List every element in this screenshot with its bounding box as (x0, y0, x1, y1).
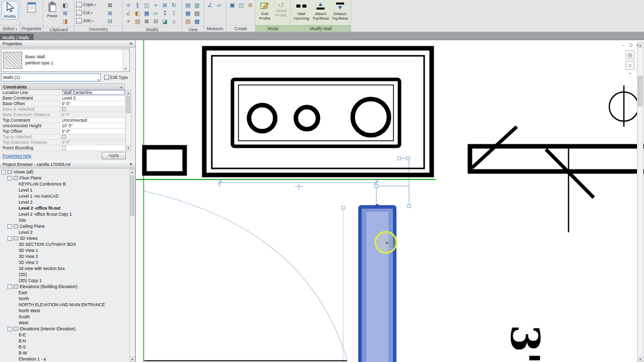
checkbox[interactable] (62, 146, 66, 150)
grid-bubble[interactable] (609, 85, 638, 127)
paint-icon[interactable]: ◪ (160, 17, 169, 25)
property-row[interactable]: Location LineWall Centerline (1, 90, 125, 96)
tree-item[interactable]: B-W (0, 350, 129, 356)
group-label-select[interactable]: Select ▾ (0, 25, 20, 32)
scroll-down-icon[interactable]: ▼ (130, 356, 135, 361)
temporary-dimensions[interactable] (218, 158, 409, 206)
property-value[interactable]: Level 2 (60, 96, 125, 101)
delete-icon[interactable]: × (124, 17, 133, 25)
tree-expander-icon[interactable]: - (8, 285, 12, 289)
property-combo[interactable]: Wall Centerline (62, 90, 125, 95)
type-selector[interactable]: Basic Wall partition type 1 ▾ (1, 49, 130, 72)
tree-item[interactable]: 3D View 1 (0, 247, 129, 253)
tree-item[interactable]: {3D} (0, 272, 129, 278)
tree-item[interactable]: {3D} Copy 1 (0, 278, 129, 284)
tree-item[interactable]: Level 1 (0, 187, 129, 193)
chevron-down-icon[interactable]: ▾ (629, 71, 630, 75)
wall-segment-left[interactable] (144, 147, 185, 173)
create-similar-icon[interactable]: ◫ (237, 1, 246, 9)
cut-geometry-icon[interactable]: ⊠ (106, 1, 114, 9)
tree-item[interactable]: East (0, 290, 129, 296)
tree-item[interactable]: North (0, 296, 129, 302)
demolish-icon[interactable]: ⌂ (170, 17, 178, 25)
sink-circle-small-2[interactable] (296, 107, 318, 129)
scrollbar-thumb[interactable] (638, 76, 642, 106)
unpin-icon[interactable]: ↥ (170, 9, 178, 17)
tree-item[interactable]: 3D View 3 (0, 259, 129, 265)
tree-item[interactable]: Level 1 -no AutoCAD (0, 193, 129, 199)
tree-item[interactable]: North West (0, 308, 129, 314)
canvas-scrollbar[interactable]: ▲ ▼ (637, 42, 643, 362)
mirror-icon[interactable]: ◫ (142, 1, 151, 9)
tree-item[interactable]: Site (0, 217, 129, 223)
properties-toggle-button[interactable] (23, 1, 41, 15)
reset-profile-button[interactable]: ↺ Reset Profile (274, 1, 289, 18)
property-row[interactable]: Unconnected Height10' 0" (1, 123, 125, 129)
cut-geometry-icon[interactable]: ⊠ (142, 17, 151, 25)
tree-item[interactable]: West (0, 320, 129, 326)
graphics-display-icon[interactable]: ▧ (193, 9, 201, 17)
checkbox[interactable] (62, 135, 66, 139)
tree-item[interactable]: Level 2 -office fit-out Copy 1 (0, 211, 129, 217)
constraints-section-header[interactable]: Constraints ▲ (1, 83, 125, 90)
property-value[interactable]: 0' 0" (60, 112, 125, 117)
zoom-tool-icon[interactable]: ○ (625, 61, 634, 70)
tree-item[interactable]: KEYPLAN Conference B (0, 181, 129, 187)
join-geometry-icon[interactable]: ⊞ (106, 9, 114, 17)
array-icon[interactable]: ▦ (142, 9, 151, 17)
property-value[interactable]: 0' 0" (60, 101, 125, 106)
apply-button[interactable]: Apply (102, 152, 126, 159)
copy-to-clipboard-icon[interactable]: ⊞ (61, 9, 69, 17)
cut-button[interactable]: Cut▾ (76, 9, 92, 17)
tree-item[interactable]: B-E (0, 332, 129, 338)
tree-item[interactable]: -Elevations (Building Elevation) (0, 284, 129, 290)
split-icon[interactable]: ◧ (133, 9, 142, 17)
sink-circle-large[interactable] (353, 99, 389, 135)
properties-panel-header[interactable]: Properties ✕ (0, 40, 135, 48)
property-row[interactable]: Room Bounding (1, 145, 125, 151)
align-icon[interactable]: ≡ (124, 1, 133, 9)
properties-help-link[interactable]: Properties help (3, 153, 31, 158)
cope-button[interactable]: Cope▾ (76, 1, 96, 9)
edit-type-button[interactable]: Edit Type (102, 73, 130, 81)
steering-wheel-icon[interactable]: ◎ (625, 50, 634, 59)
tree-expander-icon[interactable]: - (8, 176, 12, 180)
door-swing-arc[interactable] (144, 191, 347, 360)
tree-item[interactable]: 3d view with section box (0, 265, 129, 272)
collapse-icon[interactable]: ▲ (120, 84, 123, 90)
tree-item[interactable]: B-N (0, 338, 129, 344)
property-row[interactable]: Top ConstraintUnconnected (1, 118, 125, 123)
property-value[interactable]: Wall Centerline (60, 90, 125, 95)
tree-item[interactable]: -3D Views (0, 235, 129, 241)
close-icon[interactable]: × (635, 43, 640, 47)
close-icon[interactable]: ✕ (129, 161, 133, 168)
property-value[interactable]: 10' 0" (60, 123, 125, 128)
property-row[interactable]: Base Extension Distance0' 0" (1, 112, 125, 118)
scroll-down-icon[interactable]: ▼ (637, 356, 643, 361)
tree-item[interactable]: NORTH ELEVATION AND MAIN ENTRANCE (0, 302, 129, 308)
scale-icon[interactable]: ▱ (151, 9, 160, 17)
attach-topbase-button[interactable]: Attach Top/Base (311, 1, 330, 21)
tree-expander-icon[interactable]: - (2, 170, 6, 174)
tree-item[interactable]: -Views (all) (0, 169, 129, 175)
tree-item[interactable]: Level 2 (0, 229, 129, 235)
drawing-area[interactable]: 3' (136, 40, 644, 362)
browser-scrollbar[interactable]: ▲ ▼ (129, 169, 135, 362)
isolate-icon[interactable]: ▦ (184, 9, 192, 17)
minimize-icon[interactable]: – (621, 43, 626, 47)
tree-item[interactable]: Elevation 1 - a (0, 356, 129, 362)
reveal-hidden-icon[interactable]: ▨ (184, 17, 192, 25)
match-type-icon[interactable]: ◨ (61, 17, 69, 25)
tree-item[interactable]: B-S (0, 344, 129, 350)
scrollbar-thumb[interactable] (126, 96, 130, 113)
hide-elements-icon[interactable]: ▥ (193, 1, 201, 9)
property-row[interactable]: Base ConstraintLevel 2 (1, 96, 125, 101)
tree-item[interactable]: Level 2 -office fit-out (0, 205, 129, 211)
cut-to-clipboard-icon[interactable]: ◧ (61, 1, 69, 9)
property-value[interactable]: 0' 0" (60, 129, 125, 134)
tree-item[interactable]: -Ceiling Plans (0, 223, 129, 229)
property-value[interactable]: 0' 0" (60, 140, 125, 145)
tree-item[interactable]: 3D SECTION CUTAWAY BOX (0, 241, 129, 247)
sink-circle-small-1[interactable] (249, 105, 275, 131)
paste-button[interactable]: Paste (45, 1, 60, 19)
